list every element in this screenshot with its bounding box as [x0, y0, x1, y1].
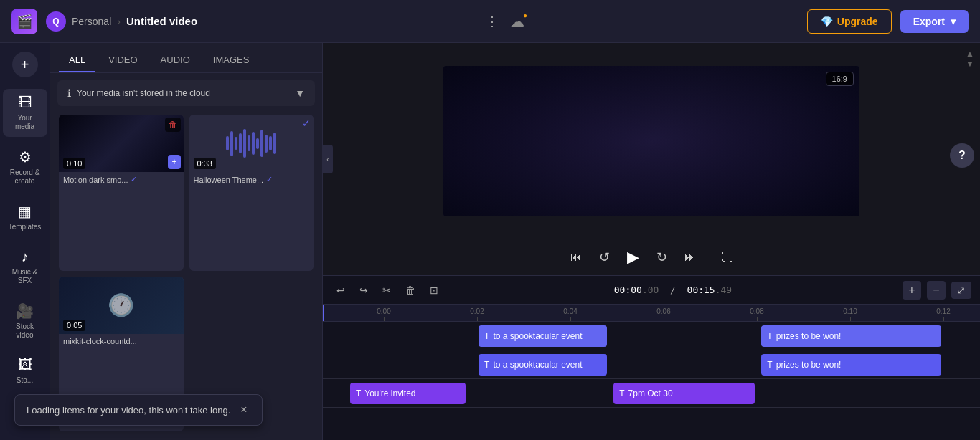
toast-close-button[interactable]: × — [237, 403, 250, 416]
music-sfx-icon: ♪ — [22, 249, 29, 265]
record-create-icon: ⚙ — [19, 148, 32, 166]
timeline-zoom-controls: + − ⤢ — [903, 281, 971, 300]
media-duration: 0:05 — [63, 320, 85, 331]
timeline-time-display: 00:00.00 / 00:15.49 — [614, 284, 732, 295]
media-duration: 0:10 — [63, 158, 85, 169]
help-button[interactable]: ? — [950, 143, 974, 168]
zoom-in-button[interactable]: + — [903, 281, 921, 300]
toast-notification: Loading items for your video, this won't… — [14, 394, 263, 426]
forward-button[interactable]: ↻ — [654, 247, 670, 268]
sidebar-item-templates[interactable]: ▦ Templates — [3, 197, 47, 237]
media-thumbnail: 🗑 + 0:10 — [59, 115, 184, 172]
export-button[interactable]: Export ▾ — [900, 10, 969, 33]
delete-button[interactable]: 🗑 — [400, 281, 420, 300]
skip-to-start-button[interactable]: ⏮ — [567, 248, 585, 267]
cloud-notice: ℹ Your media isn't stored in the cloud ▼ — [57, 80, 315, 106]
cloud-sync-icon: ☁ ● — [510, 13, 524, 30]
media-label: Halloween Theme... ✓ — [189, 172, 314, 188]
sidebar-item-stock-video[interactable]: 🎥 Stock video — [3, 297, 47, 345]
track-row: T You're invited T 7pm Oct 30 — [323, 379, 980, 408]
header-left: 🎬 Q Personal › Untitled video — [11, 9, 197, 34]
header-right: 💎 Upgrade Export ▾ — [807, 9, 969, 34]
media-add-button[interactable]: + — [168, 155, 180, 169]
tab-audio[interactable]: AUDIO — [151, 49, 200, 72]
upgrade-button[interactable]: 💎 Upgrade — [807, 9, 892, 34]
clip[interactable]: T prizes to be won! — [761, 325, 941, 347]
clip[interactable]: T to a spooktacular event — [479, 354, 607, 376]
breadcrumb: Q Personal › Untitled video — [46, 11, 197, 32]
timeline-tracks: T to a spooktacular event T prizes to be… — [323, 322, 980, 440]
sidebar-item-music-sfx[interactable]: ♪ Music & SFX — [3, 243, 47, 291]
timeline-area: ↩ ↪ ✂ 🗑 ⊡ 00:00.00 / 00:15.49 + − ⤢ — [323, 275, 980, 440]
add-button[interactable]: + — [12, 52, 38, 77]
track-row: T to a spooktacular event T prizes to be… — [323, 350, 980, 379]
text-clip-icon: T — [619, 388, 624, 398]
clip[interactable]: T 7pm Oct 30 — [613, 383, 755, 404]
collapse-panel-button[interactable]: ‹ — [323, 145, 333, 173]
cut-button[interactable]: ✂ — [377, 281, 396, 300]
expand-timeline-button[interactable]: ▲▼ — [966, 49, 974, 69]
media-thumbnail: 0:33 ✓ — [189, 115, 314, 172]
tab-video[interactable]: VIDEO — [98, 49, 147, 72]
ruler-mark: 0:02 — [430, 307, 524, 321]
track-area: T to a spooktacular event T prizes to be… — [337, 322, 980, 350]
templates-icon: ▦ — [18, 203, 32, 220]
tab-all[interactable]: ALL — [59, 49, 95, 72]
avatar: Q — [46, 11, 66, 32]
header: 🎬 Q Personal › Untitled video ⋮ ☁ ● 💎 Up… — [0, 0, 980, 43]
ruler-mark: 0:06 — [617, 307, 710, 321]
fit-timeline-button[interactable]: ⤢ — [951, 282, 971, 299]
text-clip-icon: T — [356, 388, 361, 398]
zoom-out-button[interactable]: − — [927, 281, 946, 300]
redo-button[interactable]: ↪ — [354, 281, 373, 300]
more-options-button[interactable]: ⋮ — [480, 11, 504, 32]
stock-video-icon: 🎥 — [16, 302, 34, 320]
skip-to-end-button[interactable]: ⏭ — [682, 248, 699, 267]
media-delete-button[interactable]: 🗑 — [165, 118, 181, 132]
breadcrumb-separator: › — [117, 16, 121, 27]
text-clip-icon: T — [484, 360, 489, 370]
track-area: T to a spooktacular event T prizes to be… — [337, 350, 980, 378]
ruler-mark: 0:10 — [804, 307, 897, 321]
fullscreen-button[interactable]: ⛶ — [719, 248, 736, 267]
timeline-playhead — [323, 305, 324, 321]
playback-controls: ⏮ ↺ ▶ ↻ ⏭ ⛶ — [567, 239, 736, 275]
media-label: Motion dark smo... ✓ — [59, 172, 184, 188]
clip[interactable]: T prizes to be won! — [761, 354, 941, 376]
breadcrumb-title: Untitled video — [126, 15, 197, 27]
clip[interactable]: T to a spooktacular event — [479, 325, 607, 347]
media-thumbnail: 🕐 0:05 — [59, 277, 184, 334]
timeline-toolbar: ↩ ↪ ✂ 🗑 ⊡ 00:00.00 / 00:15.49 + − ⤢ — [323, 276, 980, 305]
undo-button[interactable]: ↩ — [331, 281, 350, 300]
upgrade-icon: 💎 — [821, 16, 833, 27]
media-item[interactable]: 🗑 + 0:10 Motion dark smo... ✓ — [59, 115, 184, 271]
stock-images-icon: 🖼 — [18, 357, 32, 373]
header-center: ⋮ ☁ ● — [480, 11, 524, 32]
cloud-notice-icon: ℹ — [67, 87, 71, 99]
clip[interactable]: T You're invited — [350, 383, 466, 404]
timeline-ruler: 0:00 0:02 0:04 0:06 0:08 0:10 0:12 0:14 — [323, 305, 980, 322]
media-grid: 🗑 + 0:10 Motion dark smo... ✓ — [50, 106, 322, 440]
sidebar-item-record-create[interactable]: ⚙ Record & create — [3, 143, 47, 191]
split-button[interactable]: ⊡ — [425, 281, 443, 300]
play-button[interactable]: ▶ — [624, 245, 642, 269]
tab-images[interactable]: IMAGES — [203, 49, 260, 72]
your-media-icon: 🎞 — [18, 95, 32, 111]
cloud-notice-expand-icon[interactable]: ▼ — [295, 87, 305, 99]
sidebar-item-your-media[interactable]: 🎞 Your media — [3, 89, 47, 137]
breadcrumb-workspace: Personal — [72, 16, 111, 27]
ruler-mark: 0:00 — [337, 307, 430, 321]
media-check-icon: ✓ — [131, 175, 137, 184]
text-clip-icon: T — [767, 331, 772, 341]
track-row: T to a spooktacular event T prizes to be… — [323, 322, 980, 350]
media-tabs: ALL VIDEO AUDIO IMAGES — [50, 43, 322, 73]
rewind-button[interactable]: ↺ — [596, 247, 613, 268]
app-logo: 🎬 — [11, 9, 37, 34]
ruler-mark: 0:12 — [897, 307, 980, 321]
sidebar-item-stock-images[interactable]: 🖼 Sto... — [3, 351, 47, 391]
preview-area: ‹ 16:9 ⏮ ↺ ▶ ↻ ⏭ ⛶ ? ▲▼ — [323, 43, 980, 275]
media-item[interactable]: 0:33 ✓ Halloween Theme... ✓ — [189, 115, 314, 271]
export-chevron-icon: ▾ — [951, 16, 956, 27]
media-label: mixkit-clock-countd... — [59, 334, 184, 350]
editor-area: ‹ 16:9 ⏮ ↺ ▶ ↻ ⏭ ⛶ ? ▲▼ — [323, 43, 980, 440]
